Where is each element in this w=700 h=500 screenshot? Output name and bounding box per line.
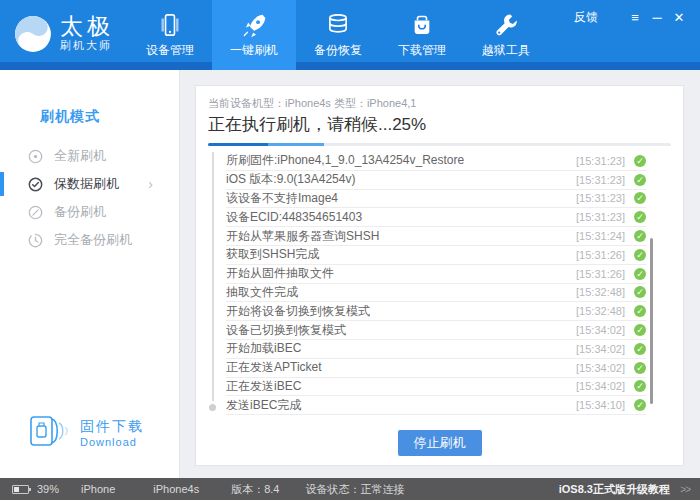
tab-label: 备份恢复 xyxy=(314,42,362,59)
log-timestamp: [15:31:23] xyxy=(561,174,625,186)
log-message: 发送iBEC完成 xyxy=(226,397,561,414)
jailbreak-tools-icon xyxy=(493,12,519,38)
firmware-download-label: 固件下载 xyxy=(80,418,144,436)
log-timestamp: [15:31:23] xyxy=(561,192,625,204)
success-check-icon xyxy=(634,343,646,355)
double-arrow-icon[interactable]: >> xyxy=(680,484,690,495)
log-message: 该设备不支持Image4 xyxy=(226,190,561,207)
tab-download-manager[interactable]: 下载管理 xyxy=(380,0,464,70)
log-row: 开始将设备切换到恢复模式 [15:32:48] xyxy=(226,302,646,321)
firmware-download-text: 固件下载 Download xyxy=(80,418,144,448)
device-manager-icon xyxy=(157,12,183,38)
current-device-info: 当前设备机型：iPhone4s 类型：iPhone4,1 xyxy=(208,96,683,111)
app-window: 太极 刷机大师 设备管理 xyxy=(0,0,700,500)
log-timestamp: [15:34:02] xyxy=(561,324,625,336)
log-message: 开始从苹果服务器查询SHSH xyxy=(226,228,561,245)
log-timestamp: [15:32:48] xyxy=(561,305,625,317)
firmware-download-sublabel: Download xyxy=(80,436,144,448)
log-timestamp: [15:34:02] xyxy=(561,380,625,392)
sidebar-item-label: 保数据刷机 xyxy=(54,175,119,193)
log-row: 设备已切换到恢复模式 [15:34:02] xyxy=(226,321,646,340)
log-message: 获取到SHSH完成 xyxy=(226,246,561,263)
one-click-flash-icon xyxy=(241,12,267,38)
log-timestamp: [15:31:24] xyxy=(561,230,625,242)
log-row: iOS 版本:9.0(13A4254v) [15:31:23] xyxy=(226,171,646,190)
sidebar-item-keep-data-flash[interactable]: 保数据刷机 › xyxy=(0,170,179,198)
log-timeline-dot xyxy=(209,404,216,411)
flash-log: 所刷固件:iPhone4,1_9.0_13A4254v_Restore [15:… xyxy=(196,152,683,415)
success-check-icon xyxy=(634,399,646,411)
log-row: 获取到SHSH完成 [15:31:26] xyxy=(226,246,646,265)
success-check-icon xyxy=(634,305,646,317)
brand-name: 太极 xyxy=(60,14,114,38)
log-message: 正在发送iBEC xyxy=(226,378,561,395)
top-header: 太极 刷机大师 设备管理 xyxy=(0,0,700,70)
log-message: 设备已切换到恢复模式 xyxy=(226,322,561,339)
brand-subtitle: 刷机大师 xyxy=(60,38,114,53)
flash-status-title: 正在执行刷机，请稍候...25% xyxy=(208,113,683,136)
sidebar-heading: 刷机模式 xyxy=(40,108,179,126)
stop-flash-button[interactable]: 停止刷机 xyxy=(398,430,482,456)
success-check-icon xyxy=(634,192,646,204)
clock-circle-icon xyxy=(28,233,43,248)
log-message: 所刷固件:iPhone4,1_9.0_13A4254v_Restore xyxy=(226,152,561,169)
success-check-icon xyxy=(634,362,646,374)
download-manager-icon xyxy=(409,12,435,38)
log-row: 设备ECID:448354651403 [15:31:23] xyxy=(226,208,646,227)
log-message: 抽取文件完成 xyxy=(226,284,561,301)
sidebar-item-label: 备份刷机 xyxy=(54,203,106,221)
tutorial-link[interactable]: iOS8.3正式版升级教程 xyxy=(559,482,670,497)
minimize-icon[interactable]: ─ xyxy=(646,10,668,26)
feedback-link[interactable]: 反馈 xyxy=(574,9,598,26)
tab-backup-restore[interactable]: 备份恢复 xyxy=(296,0,380,70)
log-scrollbar-thumb[interactable] xyxy=(650,238,653,404)
close-icon[interactable]: ✕ xyxy=(668,10,690,26)
log-row: 开始从苹果服务器查询SHSH [15:31:24] xyxy=(226,227,646,246)
log-timeline-line xyxy=(212,152,214,401)
log-message: 开始将设备切换到恢复模式 xyxy=(226,303,561,320)
sidebar: 刷机模式 全新刷机 保数据刷机 › 备份刷机 完全备份刷机 xyxy=(0,70,180,478)
battery-percent: 39% xyxy=(37,483,59,495)
window-controls: 反馈 ≡ ─ ✕ xyxy=(574,9,690,26)
sidebar-item-fresh-flash[interactable]: 全新刷机 xyxy=(0,142,179,170)
log-row: 抽取文件完成 [15:32:48] xyxy=(226,284,646,303)
progress-bar xyxy=(208,143,671,146)
brand-text: 太极 刷机大师 xyxy=(60,14,114,53)
success-check-icon xyxy=(634,380,646,392)
flash-progress-card: 当前设备机型：iPhone4s 类型：iPhone4,1 正在执行刷机，请稍候.… xyxy=(195,85,684,466)
tab-label: 一键刷机 xyxy=(230,42,278,59)
log-message: 开始从固件抽取文件 xyxy=(226,265,561,282)
success-check-icon xyxy=(634,211,646,223)
connection-status: 设备状态：正常连接 xyxy=(305,482,404,497)
tab-one-click-flash[interactable]: 一键刷机 xyxy=(212,0,296,70)
log-row: 正在发送APTicket [15:34:02] xyxy=(226,359,646,378)
menu-icon[interactable]: ≡ xyxy=(624,10,646,26)
log-timestamp: [15:31:23] xyxy=(561,211,625,223)
log-message: 正在发送APTicket xyxy=(226,359,561,376)
sidebar-item-backup-flash[interactable]: 备份刷机 xyxy=(0,198,179,226)
success-check-icon xyxy=(634,324,646,336)
success-check-icon xyxy=(634,286,646,298)
check-circle-icon xyxy=(28,177,43,192)
success-check-icon xyxy=(634,249,646,261)
firmware-download-link[interactable]: 固件下载 Download xyxy=(26,412,144,454)
pencil-circle-icon xyxy=(28,205,43,220)
tab-jailbreak-tools[interactable]: 越狱工具 xyxy=(464,0,548,70)
log-row: 所刷固件:iPhone4,1_9.0_13A4254v_Restore [15:… xyxy=(226,152,646,171)
status-bar: 39% iPhone iPhone4s 版本：8.4 设备状态：正常连接 iOS… xyxy=(0,478,700,500)
success-check-icon xyxy=(634,174,646,186)
firmware-version: 版本：8.4 xyxy=(231,482,279,497)
log-timestamp: [15:34:02] xyxy=(561,362,625,374)
progress-bar-fill xyxy=(208,143,324,146)
device-type: iPhone xyxy=(81,483,115,495)
tab-label: 下载管理 xyxy=(398,42,446,59)
log-message: iOS 版本:9.0(13A4254v) xyxy=(226,171,561,188)
log-row: 发送iBEC完成 [15:34:10] xyxy=(226,396,646,415)
sidebar-item-label: 全新刷机 xyxy=(54,147,106,165)
main-content: 当前设备机型：iPhone4s 类型：iPhone4,1 正在执行刷机，请稍候.… xyxy=(181,70,700,478)
log-message: 开始加载iBEC xyxy=(226,340,561,357)
main-nav: 设备管理 一键刷机 备份恢复 xyxy=(128,0,548,70)
battery-icon xyxy=(12,485,29,494)
sidebar-item-full-backup-flash[interactable]: 完全备份刷机 xyxy=(0,226,179,254)
tab-device-manager[interactable]: 设备管理 xyxy=(128,0,212,70)
